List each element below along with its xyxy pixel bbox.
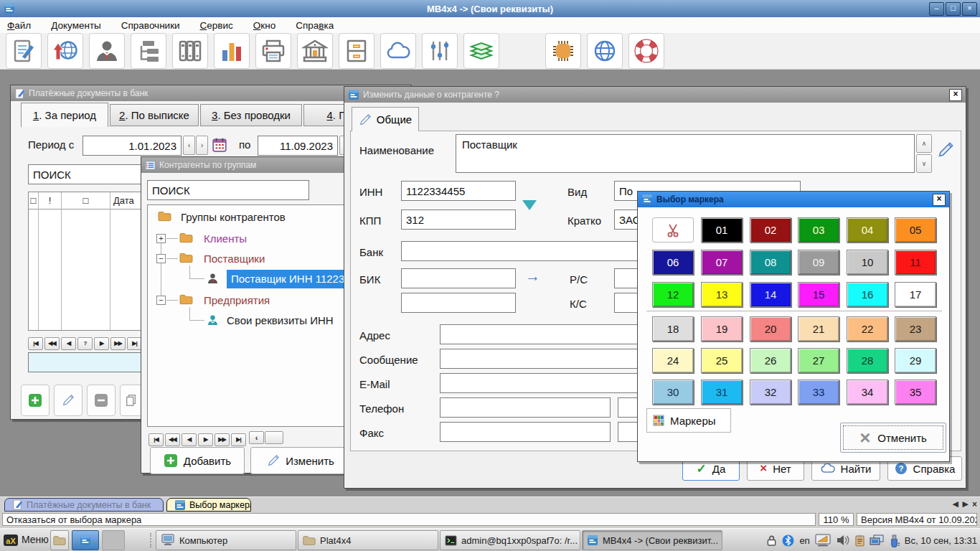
printer-icon-button[interactable] (255, 33, 291, 69)
menu-logo-icon[interactable]: aX (3, 532, 19, 548)
marker-button-03[interactable]: 03 (798, 217, 839, 242)
marker-button-01[interactable]: 01 (701, 217, 743, 242)
tabbar-scroll-left-button[interactable]: ◀ (953, 499, 958, 509)
marker-button-05[interactable]: 05 (895, 217, 936, 242)
marker-button-09[interactable]: 09 (798, 250, 839, 275)
hierarchy-icon-button[interactable] (131, 33, 166, 69)
remove-row-button[interactable] (87, 385, 116, 416)
tree-scroll-thumb[interactable] (265, 431, 283, 444)
marker-button-13[interactable]: 13 (701, 282, 743, 307)
name-edit-pencil-icon[interactable] (937, 141, 954, 159)
maximize-button[interactable]: □ (946, 2, 961, 16)
main-titlebar[interactable]: МВ4х4 -> (Свои реквизиты) – □ × (0, 0, 980, 17)
marker-button-30[interactable]: 30 (652, 380, 694, 405)
active-app-button[interactable] (72, 530, 99, 550)
marker-button-06[interactable]: 06 (652, 250, 694, 275)
blank-button[interactable] (102, 530, 125, 550)
tree-expander-4[interactable]: − (156, 296, 166, 305)
marker-button-16[interactable]: 16 (847, 282, 888, 307)
nav-button-6[interactable]: ▶| (127, 337, 142, 350)
nav-button-4[interactable]: ▶ (94, 337, 109, 350)
close-button[interactable]: × (962, 2, 977, 16)
marker-button-19[interactable]: 19 (701, 316, 743, 342)
usb-icon[interactable] (889, 534, 900, 547)
chip-icon-button[interactable] (545, 33, 581, 69)
sliders-icon-button[interactable] (422, 33, 458, 69)
name-spin-up-button[interactable]: ∧ (916, 134, 932, 153)
edit-dialog-titlebar[interactable]: Изменить данные о контрагенте ? (344, 87, 966, 103)
marker-button-07[interactable]: 07 (701, 250, 743, 275)
fax-input[interactable] (440, 422, 611, 442)
nav-button-2[interactable]: ◀ (182, 433, 197, 446)
contractor-icon-button[interactable] (89, 33, 125, 69)
marker-button-21[interactable]: 21 (798, 316, 839, 342)
taskbar-handle[interactable] (150, 533, 154, 547)
marker-button-02[interactable]: 02 (750, 217, 791, 242)
marker-button-14[interactable]: 14 (750, 282, 791, 307)
cabinet-icon-button[interactable] (339, 33, 374, 69)
monitors-icon[interactable] (870, 534, 884, 547)
groups-search-input[interactable] (147, 180, 309, 200)
tabbar-close-button[interactable]: × (972, 499, 977, 509)
tab-general[interactable]: Общие (352, 107, 419, 131)
keyboard-layout[interactable]: en (799, 535, 809, 546)
menu-item-0[interactable]: Файл (7, 20, 31, 31)
marker-button-28[interactable]: 28 (847, 348, 888, 373)
clipboard-icon[interactable] (855, 534, 864, 547)
tree-item-4[interactable]: −Предприятия (148, 291, 372, 310)
marker-dialog-titlebar[interactable]: Выбор маркера (638, 192, 949, 207)
marker-button-17[interactable]: 17 (895, 282, 936, 307)
menu-item-4[interactable]: Окно (253, 20, 275, 31)
tree-expander-1[interactable]: + (156, 234, 166, 243)
taskbar-task-2[interactable]: admin@bq1xxp0spaf7o: /r... (440, 530, 580, 550)
nav-button-2[interactable]: ◀ (61, 337, 76, 350)
marker-button-11[interactable]: 11 (895, 250, 936, 275)
marker-cut-button[interactable] (652, 217, 694, 242)
marker-button-26[interactable]: 26 (750, 348, 791, 373)
period-from-input[interactable] (83, 136, 182, 156)
menu-item-1[interactable]: Документы (51, 20, 101, 31)
display-icon[interactable] (815, 534, 831, 547)
nav-button-5[interactable]: ▶▶ (110, 337, 126, 350)
column-header-0[interactable]: □ (29, 192, 38, 209)
window-tab-0[interactable]: Платёжные документы в банк (4, 498, 164, 512)
marker-button-23[interactable]: 23 (895, 316, 936, 342)
marker-button-15[interactable]: 15 (798, 282, 839, 307)
cancel-button[interactable]: × Отменить (840, 423, 946, 453)
name-input[interactable]: Поставщик (456, 134, 915, 173)
calendar-icon[interactable] (212, 137, 227, 153)
marker-button-29[interactable]: 29 (895, 348, 936, 373)
inn-input[interactable] (401, 181, 516, 201)
marker-button-34[interactable]: 34 (847, 380, 888, 405)
payments-tab-1[interactable]: 1. За период (21, 103, 108, 127)
marker-button-32[interactable]: 32 (750, 380, 791, 405)
nav-button-5[interactable]: ▶| (231, 433, 246, 446)
bik-input[interactable] (401, 268, 516, 288)
tree-scroll-left-button[interactable]: ‹ (249, 431, 264, 444)
nav-button-1[interactable]: ◀◀ (165, 433, 180, 446)
marker-button-12[interactable]: 12 (652, 282, 694, 307)
marker-button-33[interactable]: 33 (798, 380, 839, 405)
money-icon-button[interactable] (463, 33, 499, 69)
marker-button-04[interactable]: 04 (847, 217, 888, 242)
edit-dialog-close-button[interactable]: × (949, 89, 962, 101)
marker-button-10[interactable]: 10 (847, 250, 888, 275)
marker-button-25[interactable]: 25 (701, 348, 743, 373)
clock[interactable]: Вс, 10 сен, 13:31 (905, 535, 977, 546)
places-button[interactable] (50, 530, 69, 550)
globe-icon-button[interactable] (587, 33, 623, 69)
menu-button[interactable]: Меню (22, 534, 49, 545)
groups-titlebar[interactable]: Контрагенты по группам (141, 157, 377, 173)
marker-button-31[interactable]: 31 (701, 380, 743, 405)
window-tab-1[interactable]: Выбор маркера (166, 498, 251, 512)
tree-item-0[interactable]: Группы контрагентов (148, 208, 372, 227)
menu-item-2[interactable]: Справочники (121, 20, 180, 31)
period-from-next-button[interactable]: › (196, 136, 208, 155)
tree-item-2[interactable]: −Поставщики (148, 250, 372, 268)
lock-icon[interactable] (766, 534, 777, 547)
add-row-button[interactable] (21, 385, 50, 416)
taskbar-task-1[interactable]: Plat4x4 (298, 530, 438, 550)
markers-tab[interactable]: Маркеры (646, 408, 731, 433)
tree-item-3[interactable]: Поставщик ИНН 11223 (148, 270, 372, 288)
speaker-icon[interactable] (836, 534, 850, 547)
